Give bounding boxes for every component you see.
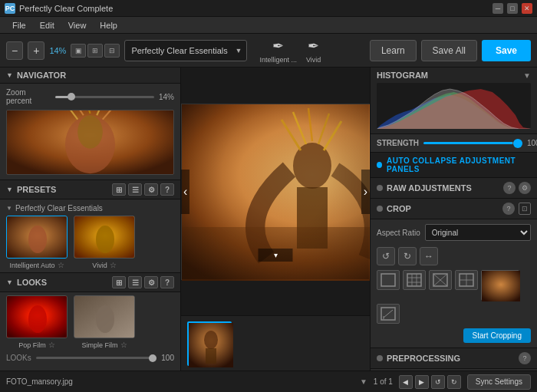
intelligent-icon: ✒ xyxy=(272,38,284,54)
crop-straighten[interactable] xyxy=(377,304,400,324)
file-arrow[interactable]: ▼ xyxy=(360,377,367,386)
looks-slider-label: LOOKs xyxy=(6,354,31,362)
right-panel: HISTOGRAM ▼ STRENGTH xyxy=(370,68,537,371)
looks-list-view[interactable]: ☰ xyxy=(128,276,142,288)
learn-button[interactable]: Learn xyxy=(370,40,417,61)
crop-actions: Start Cropping xyxy=(377,328,531,343)
star-simple-film[interactable]: ☆ xyxy=(120,341,127,349)
sync-settings-button[interactable]: Sync Settings xyxy=(467,374,531,390)
looks-grid-view[interactable]: ⊞ xyxy=(112,276,126,288)
presets-content: ▼ Perfectly Clear Essentials xyxy=(0,199,180,272)
strength-slider[interactable] xyxy=(423,142,522,144)
presets-list-view[interactable]: ☰ xyxy=(128,183,142,196)
svg-rect-28 xyxy=(381,274,395,286)
maximize-button[interactable]: □ xyxy=(507,3,518,14)
svg-rect-29 xyxy=(407,274,421,286)
canvas-prev-button[interactable]: ‹ xyxy=(181,170,189,214)
zoom-minus-button[interactable]: − xyxy=(6,41,23,60)
minimize-button[interactable]: ─ xyxy=(493,3,503,14)
preset-category[interactable]: ▼ Perfectly Clear Essentials xyxy=(6,203,174,216)
star-pop-film[interactable]: ☆ xyxy=(48,341,55,349)
svg-point-26 xyxy=(204,331,218,349)
preset-thumb-vivid xyxy=(74,216,135,259)
auto-collapse-button[interactable]: AUTO COLLAPSE ADJUSTMENT PANELS xyxy=(371,153,537,178)
view-mode-single[interactable]: ▣ xyxy=(71,44,86,58)
raw-dot xyxy=(377,185,383,191)
strength-label: STRENGTH xyxy=(377,139,419,147)
status-page: 1 of 1 xyxy=(374,377,393,386)
auto-collapse-label: AUTO COLLAPSE ADJUSTMENT PANELS xyxy=(387,156,531,173)
presets-grid-view[interactable]: ⊞ xyxy=(112,183,126,196)
looks-title: LOOKS xyxy=(17,278,47,287)
preproc-help-button[interactable]: ? xyxy=(519,352,531,364)
presets-settings[interactable]: ⚙ xyxy=(144,183,158,196)
crop-expand-icon: ⊡ xyxy=(519,203,531,215)
looks-item-simple-film[interactable]: Simple Film ☆ xyxy=(74,295,135,349)
preproc-icons: ? xyxy=(519,352,531,364)
forward-button[interactable]: ↻ xyxy=(447,375,461,389)
preset-intelligent-auto[interactable]: ✒ Intelligent ... xyxy=(259,38,297,64)
preprocessing-header[interactable]: PREPROCESSING ? xyxy=(371,348,537,369)
toolbar-right: Learn Save All Save xyxy=(370,40,531,61)
preset-selector[interactable]: Perfectly Clear Essentials ▼ xyxy=(124,40,247,61)
raw-adjustments-header[interactable]: RAW ADJUSTMENTS ? ⚙ xyxy=(371,178,537,199)
looks-slider-value: 100 xyxy=(161,354,174,362)
window-controls: ─ □ ✕ xyxy=(493,3,532,14)
looks-item-pop-film[interactable]: Pop Film ☆ xyxy=(6,295,68,349)
crop-help-button[interactable]: ? xyxy=(502,203,515,215)
histogram-header: HISTOGRAM ▼ xyxy=(377,71,531,80)
crop-rotate-ccw[interactable]: ↺ xyxy=(377,247,395,265)
filmstrip-thumb[interactable] xyxy=(187,321,232,366)
star-vivid[interactable]: ☆ xyxy=(110,261,117,269)
canvas-bottom-button[interactable]: ▾ xyxy=(259,249,293,262)
view-mode-grid[interactable]: ⊟ xyxy=(104,44,120,58)
canvas-next-button[interactable]: › xyxy=(361,170,370,214)
view-mode-split[interactable]: ⊞ xyxy=(87,44,103,58)
raw-help-button[interactable]: ? xyxy=(503,182,516,194)
menu-help[interactable]: Help xyxy=(94,19,124,31)
raw-settings-button[interactable]: ⚙ xyxy=(519,182,531,194)
preset-item-vivid[interactable]: Vivid ☆ xyxy=(74,216,135,269)
crop-grid-none[interactable] xyxy=(377,270,400,290)
zoom-plus-button[interactable]: + xyxy=(28,41,44,60)
preset-intelligent-label: Intelligent ... xyxy=(259,56,297,64)
close-button[interactable]: ✕ xyxy=(522,3,532,14)
next-button[interactable]: ▶ xyxy=(415,375,429,389)
zoom-pct: 14% xyxy=(159,93,174,101)
preset-item-intelligent[interactable]: Intelligent Auto ☆ xyxy=(6,216,68,269)
category-name: Perfectly Clear Essentials xyxy=(15,204,103,212)
aspect-select[interactable]: Original 1:1 4:3 16:9 xyxy=(425,224,531,241)
looks-name-pop-film: Pop Film ☆ xyxy=(18,341,55,349)
svg-point-9 xyxy=(28,226,47,253)
crop-header[interactable]: CROP ? ⊡ xyxy=(371,199,537,219)
menu-view[interactable]: View xyxy=(62,19,93,31)
save-button[interactable]: Save xyxy=(482,40,531,61)
start-crop-button[interactable]: Start Cropping xyxy=(463,328,531,343)
menubar: File Edit View Help xyxy=(0,17,537,34)
star-intelligent[interactable]: ☆ xyxy=(58,261,64,269)
crop-flip-h[interactable]: ↔ xyxy=(420,247,438,265)
crop-rotate-cw[interactable]: ↻ xyxy=(398,247,417,265)
save-all-button[interactable]: Save All xyxy=(421,40,477,61)
crop-grid-center[interactable] xyxy=(455,270,478,290)
aspect-label: Aspect Ratio xyxy=(377,229,420,237)
looks-settings[interactable]: ⚙ xyxy=(144,276,158,288)
zoom-slider[interactable] xyxy=(55,96,154,98)
preproc-dot xyxy=(377,355,383,361)
looks-slider[interactable] xyxy=(36,357,157,359)
presets-header[interactable]: ▼ PRESETS ⊞ ☰ ⚙ ? xyxy=(0,180,180,199)
navigator-title: NAVIGATOR xyxy=(17,71,66,80)
navigator-header[interactable]: ▼ NAVIGATOR xyxy=(0,68,180,84)
rewind-button[interactable]: ↺ xyxy=(431,375,445,389)
menu-file[interactable]: File xyxy=(6,19,32,31)
crop-grid-rule-thirds[interactable] xyxy=(403,270,426,290)
crop-grid-diagonal[interactable] xyxy=(429,270,452,290)
looks-header[interactable]: ▼ LOOKS ⊞ ☰ ⚙ ? xyxy=(0,272,180,292)
nav-preview-image xyxy=(7,110,173,174)
preset-vivid[interactable]: ✒ Vivid xyxy=(306,38,321,64)
presets-help[interactable]: ? xyxy=(160,183,174,196)
prev-button[interactable]: ◀ xyxy=(399,375,413,389)
menu-edit[interactable]: Edit xyxy=(34,19,61,31)
looks-help[interactable]: ? xyxy=(160,276,174,288)
preset-icons: ✒ Intelligent ... ✒ Vivid xyxy=(252,38,328,64)
